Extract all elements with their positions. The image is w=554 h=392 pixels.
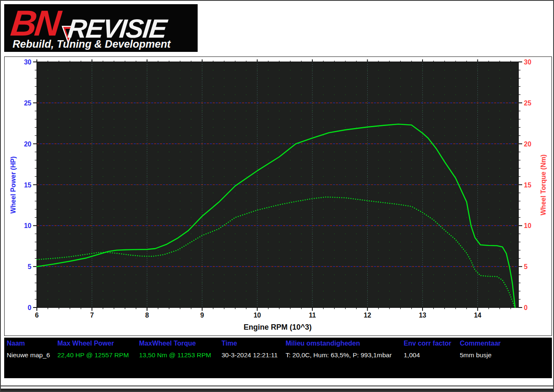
- svg-text:12: 12: [364, 312, 371, 319]
- svg-text:6: 6: [35, 312, 39, 319]
- corr-factor-value: 1,004: [404, 351, 420, 359]
- window-bottom-bar: [1, 389, 553, 392]
- svg-text:10: 10: [524, 222, 531, 229]
- svg-text:0: 0: [28, 304, 31, 311]
- column-header: Milieu omstandigheden: [286, 340, 360, 347]
- dyno-app-window: BN REVISIE Rebuild, Tuning & Development…: [0, 0, 554, 392]
- svg-text:11: 11: [309, 312, 316, 319]
- logo-tagline: Rebuild, Tuning & Development: [13, 38, 170, 50]
- svg-text:8: 8: [145, 312, 149, 319]
- column-header: Env corr factor: [404, 340, 451, 347]
- environment-value: T: 20,0C, Hum: 63,5%, P: 993,1mbar: [286, 351, 392, 359]
- svg-text:20: 20: [24, 141, 31, 148]
- column-header: Commentaar: [460, 340, 501, 347]
- run-name: Nieuwe map_6: [7, 351, 50, 359]
- svg-text:0: 0: [524, 304, 528, 311]
- svg-text:30: 30: [24, 59, 31, 66]
- svg-text:14: 14: [474, 312, 482, 319]
- svg-text:5: 5: [524, 263, 528, 270]
- results-table: Naam Nieuwe map_6 Max Wheel Power 22,40 …: [4, 338, 552, 378]
- svg-text:7: 7: [90, 312, 94, 319]
- svg-text:10: 10: [253, 312, 261, 319]
- column-header: Max Wheel Power: [57, 340, 114, 347]
- run-timestamp: 30-3-2024 12:21:11: [222, 351, 278, 359]
- svg-text:10: 10: [24, 222, 31, 229]
- column-header: MaxWheel Torque: [139, 340, 196, 347]
- svg-text:15: 15: [524, 182, 531, 189]
- bn-revisie-logo: BN REVISIE Rebuild, Tuning & Development: [4, 4, 198, 52]
- column-header: Time: [222, 340, 237, 347]
- comment-value: 5mm busje: [460, 351, 492, 359]
- y-right-axis-title: Wheel Torque (Nm): [540, 154, 547, 215]
- x-axis-title: Engine RPM (10^3): [244, 323, 312, 331]
- dyno-chart: 67891011121314005510101515202025253030 W…: [4, 56, 552, 336]
- plot-canvas: 67891011121314005510101515202025253030 W…: [5, 57, 551, 336]
- svg-text:25: 25: [524, 100, 531, 107]
- svg-text:25: 25: [24, 100, 31, 107]
- y-left-axis-title: Wheel Power (HP): [10, 156, 17, 214]
- svg-text:30: 30: [524, 59, 531, 66]
- max-power-value: 22,40 HP @ 12557 RPM: [57, 351, 129, 359]
- svg-text:5: 5: [28, 263, 31, 270]
- svg-text:9: 9: [200, 312, 204, 319]
- svg-text:15: 15: [24, 182, 31, 189]
- column-header: Naam: [7, 340, 25, 347]
- max-torque-value: 13,50 Nm @ 11253 RPM: [139, 351, 211, 359]
- svg-text:20: 20: [524, 141, 531, 148]
- svg-text:13: 13: [419, 312, 426, 319]
- window-bottom-divider: [1, 385, 553, 387]
